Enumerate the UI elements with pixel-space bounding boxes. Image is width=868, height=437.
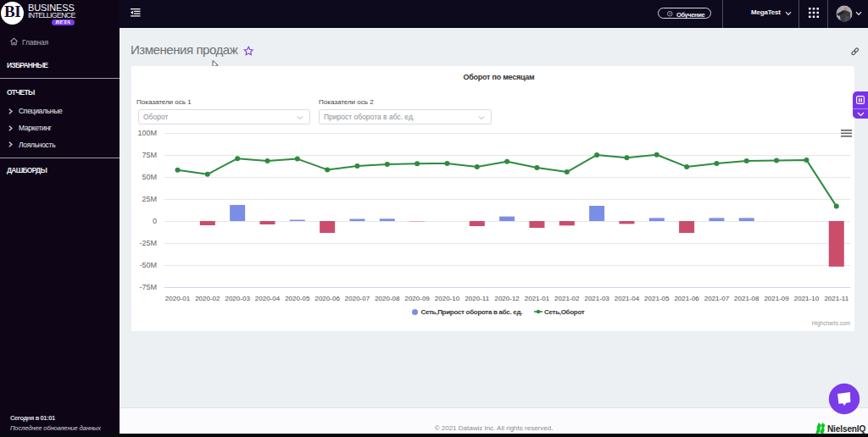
svg-text:2020-02: 2020-02 bbox=[195, 295, 220, 302]
svg-text:2020-07: 2020-07 bbox=[345, 295, 370, 302]
svg-text:2020-09: 2020-09 bbox=[404, 295, 430, 302]
svg-text:-75M: -75M bbox=[139, 283, 157, 291]
svg-text:75M: 75M bbox=[142, 151, 157, 159]
svg-text:2021-09: 2021-09 bbox=[764, 295, 789, 302]
svg-text:2020-06: 2020-06 bbox=[314, 295, 340, 302]
svg-text:2020-03: 2020-03 bbox=[225, 295, 250, 302]
svg-text:2021-03: 2021-03 bbox=[584, 295, 609, 302]
svg-text:2020-01: 2020-01 bbox=[165, 295, 191, 302]
svg-text:2020-04: 2020-04 bbox=[255, 295, 281, 302]
svg-text:2020-11: 2020-11 bbox=[465, 295, 489, 302]
svg-text:2021-08: 2021-08 bbox=[734, 295, 760, 302]
svg-text:2021-10: 2021-10 bbox=[794, 295, 820, 302]
svg-text:50M: 50M bbox=[142, 173, 157, 181]
svg-text:2021-11: 2021-11 bbox=[824, 295, 849, 302]
svg-text:25M: 25M bbox=[142, 195, 157, 203]
svg-text:?: ? bbox=[669, 12, 671, 16]
svg-text:100M: 100M bbox=[137, 129, 157, 137]
svg-text:2021-06: 2021-06 bbox=[674, 295, 699, 302]
svg-text:2020-05: 2020-05 bbox=[285, 295, 310, 302]
svg-text:2020-10: 2020-10 bbox=[435, 295, 460, 302]
svg-text:2020-12: 2020-12 bbox=[494, 295, 520, 302]
svg-text:0: 0 bbox=[153, 217, 157, 225]
svg-text:NielsenIQ: NielsenIQ bbox=[827, 424, 866, 434]
svg-text:2021-01: 2021-01 bbox=[525, 295, 550, 302]
svg-text:2021-05: 2021-05 bbox=[644, 295, 670, 302]
svg-text:2021-02: 2021-02 bbox=[554, 295, 580, 302]
svg-text:2020-08: 2020-08 bbox=[375, 295, 400, 302]
svg-text:2021-04: 2021-04 bbox=[615, 295, 640, 302]
svg-text:2021-07: 2021-07 bbox=[704, 295, 730, 302]
svg-text:-50M: -50M bbox=[139, 261, 157, 269]
svg-text:-25M: -25M bbox=[139, 239, 157, 247]
